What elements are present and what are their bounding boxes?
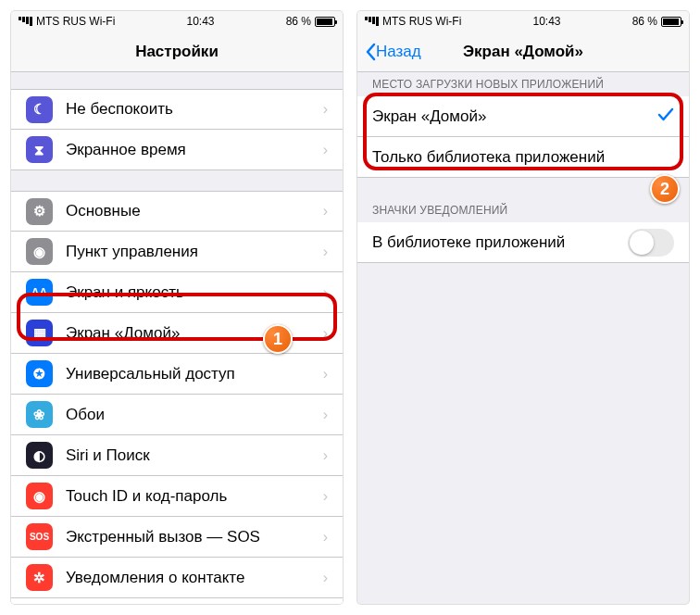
fingerprint-icon: ◉ (26, 483, 53, 509)
row-label: Пункт управления (66, 243, 323, 261)
text-size-icon: AA (26, 279, 53, 306)
chevron-right-icon: › (323, 447, 328, 464)
row-label: Уведомления о контакте (66, 569, 323, 587)
check-icon (657, 107, 674, 126)
row-display-brightness[interactable]: AA Экран и яркость › (11, 272, 343, 313)
page-title: Настройки (135, 43, 219, 61)
row-touch-id[interactable]: ◉ Touch ID и код-пароль › (11, 476, 343, 517)
status-time: 10:43 (532, 15, 560, 28)
option-badges-in-library[interactable]: В библиотеке приложений (357, 222, 689, 263)
chevron-right-icon: › (323, 142, 328, 158)
chevron-right-icon: › (323, 244, 328, 260)
status-bar: MTS RUS Wi-Fi 10:43 86 % (357, 11, 689, 31)
row-label: Универсальный доступ (66, 365, 323, 383)
flower-icon: ❀ (26, 401, 53, 428)
row-sos[interactable]: SOS Экстренный вызов — SOS › (11, 517, 343, 558)
status-bar: MTS RUS Wi-Fi 10:43 86 % (11, 11, 343, 31)
row-exposure[interactable]: ✲ Уведомления о контакте › (11, 558, 343, 598)
battery-icon (661, 17, 681, 27)
row-label: Touch ID и код-пароль (66, 487, 323, 506)
row-label: Siri и Поиск (66, 446, 323, 465)
moon-icon: ☾ (26, 96, 53, 123)
carrier-label: MTS RUS Wi-Fi (382, 15, 461, 28)
chevron-right-icon: › (323, 366, 328, 383)
siri-icon: ◐ (26, 442, 53, 469)
option-app-library-only[interactable]: Только библиотека приложений (357, 137, 689, 178)
row-label: Экран «Домой» (66, 324, 323, 343)
chevron-left-icon (365, 43, 376, 61)
row-label: В библиотеке приложений (372, 233, 628, 252)
hourglass-icon: ⧗ (26, 136, 53, 163)
option-home-screen[interactable]: Экран «Домой» (357, 96, 689, 137)
section-header-download-location: МЕСТО ЗАГРУЗКИ НОВЫХ ПРИЛОЖЕНИЙ (357, 72, 689, 96)
home-screen-settings: MTS RUS Wi-Fi 10:43 86 % Назад Экран «До… (357, 11, 689, 604)
sos-icon: SOS (26, 523, 53, 550)
status-time: 10:43 (186, 15, 214, 28)
battery-icon (315, 17, 335, 27)
chevron-right-icon: › (323, 529, 328, 546)
virus-icon: ✲ (26, 564, 53, 591)
gear-icon: ⚙ (26, 198, 53, 225)
battery-percent: 86 % (286, 15, 311, 28)
settings-screen: MTS RUS Wi-Fi 10:43 86 % Настройки ☾ Не … (11, 11, 343, 604)
chevron-right-icon: › (323, 101, 328, 118)
row-label: Экран «Домой» (372, 107, 657, 126)
row-label: Обои (66, 406, 323, 424)
row-label: Экран и яркость (66, 283, 323, 302)
toggle-switch[interactable] (628, 229, 674, 257)
chevron-right-icon: › (323, 570, 328, 586)
row-control-center[interactable]: ◉ Пункт управления › (11, 232, 343, 272)
accessibility-icon: ✪ (26, 360, 53, 387)
row-battery[interactable]: ▮ Аккумулятор › (11, 598, 343, 604)
row-home-screen[interactable]: ▦ Экран «Домой» › (11, 313, 343, 354)
signal-icon (19, 17, 32, 26)
page-title: Экран «Домой» (463, 43, 583, 61)
back-label: Назад (376, 43, 421, 61)
row-accessibility[interactable]: ✪ Универсальный доступ › (11, 354, 343, 395)
battery-percent: 86 % (632, 15, 657, 28)
chevron-right-icon: › (323, 488, 328, 505)
sliders-icon: ◉ (26, 238, 53, 265)
row-wallpaper[interactable]: ❀ Обои › (11, 395, 343, 435)
row-label: Только библиотека приложений (372, 148, 674, 167)
row-label: Экстренный вызов — SOS (66, 528, 323, 546)
row-general[interactable]: ⚙ Основные › (11, 191, 343, 232)
chevron-right-icon: › (323, 203, 328, 220)
chevron-right-icon: › (323, 284, 328, 301)
row-do-not-disturb[interactable]: ☾ Не беспокоить › (11, 89, 343, 130)
row-label: Основные (66, 202, 323, 220)
row-screen-time[interactable]: ⧗ Экранное время › (11, 130, 343, 170)
row-label: Не беспокоить (66, 100, 323, 119)
row-label: Экранное время (66, 141, 323, 159)
nav-bar: Назад Экран «Домой» (357, 31, 689, 72)
signal-icon (365, 17, 379, 26)
nav-bar: Настройки (11, 31, 343, 72)
grid-icon: ▦ (26, 320, 53, 346)
chevron-right-icon: › (323, 325, 328, 342)
carrier-label: MTS RUS Wi-Fi (36, 15, 115, 28)
row-siri[interactable]: ◐ Siri и Поиск › (11, 435, 343, 476)
section-header-notification-badges: ЗНАЧКИ УВЕДОМЛЕНИЙ (357, 198, 689, 222)
back-button[interactable]: Назад (365, 43, 421, 61)
chevron-right-icon: › (323, 407, 328, 423)
